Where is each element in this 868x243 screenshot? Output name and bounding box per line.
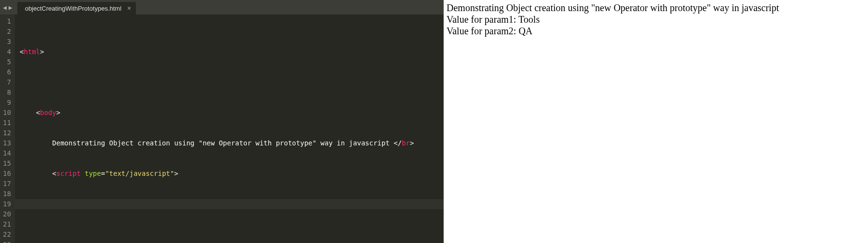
- line-number: 7: [3, 77, 11, 87]
- code-line: [20, 229, 444, 240]
- line-number: 12: [3, 128, 11, 138]
- nav-arrows: ◀ ▶: [2, 4, 14, 11]
- line-number: 13: [3, 138, 11, 148]
- output-line: Value for param2: QA: [447, 25, 865, 37]
- code-line: Demonstrating Object creation using "new…: [20, 138, 444, 148]
- tab-active[interactable]: objectCreatingWithPrototypes.html ×: [17, 2, 136, 14]
- output-line: Demonstrating Object creation using "new…: [447, 2, 865, 14]
- line-number: 19: [3, 199, 11, 209]
- output-line: Value for param1: Tools: [447, 14, 865, 25]
- code-line: <html>: [20, 47, 444, 57]
- line-number: 15: [3, 158, 11, 169]
- nav-forward-icon[interactable]: ▶: [8, 4, 14, 11]
- line-number: 10: [3, 108, 11, 118]
- line-number: 5: [3, 57, 11, 67]
- line-gutter: 1234567891011121314151617181920212223: [0, 14, 15, 243]
- line-number: 3: [3, 37, 11, 47]
- line-number: 2: [3, 27, 11, 37]
- line-number: 6: [3, 67, 11, 77]
- line-number: 9: [3, 98, 11, 108]
- tab-bar: ◀ ▶ objectCreatingWithPrototypes.html ×: [0, 0, 444, 14]
- line-number: 14: [3, 148, 11, 158]
- line-number: 8: [3, 87, 11, 98]
- line-number: 21: [3, 219, 11, 229]
- line-number: 17: [3, 179, 11, 189]
- line-number: 16: [3, 169, 11, 179]
- code-line: [20, 199, 444, 209]
- browser-output-pane: Demonstrating Object creation using "new…: [444, 0, 868, 243]
- close-icon[interactable]: ×: [127, 4, 131, 12]
- line-number: 20: [3, 209, 11, 219]
- line-number: 23: [3, 240, 11, 243]
- line-number: 11: [3, 118, 11, 128]
- code-line: <body>: [20, 108, 444, 118]
- editor-body: 1234567891011121314151617181920212223 <h…: [0, 14, 444, 243]
- editor-pane: ◀ ▶ objectCreatingWithPrototypes.html × …: [0, 0, 444, 243]
- line-number: 1: [3, 16, 11, 27]
- code-area[interactable]: <html> <body> Demonstrating Object creat…: [15, 14, 444, 243]
- nav-back-icon[interactable]: ◀: [2, 4, 8, 11]
- line-number: 18: [3, 189, 11, 199]
- code-line: [20, 77, 444, 87]
- line-number: 22: [3, 229, 11, 240]
- line-number: 4: [3, 47, 11, 57]
- tab-filename: objectCreatingWithPrototypes.html: [25, 5, 122, 12]
- code-line: <script type="text/javascript">: [20, 169, 444, 179]
